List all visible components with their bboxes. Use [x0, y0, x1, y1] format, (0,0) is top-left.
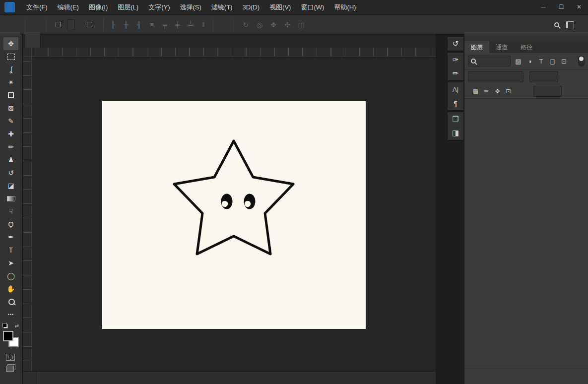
left-eye [221, 194, 233, 209]
filter-type-dropdown[interactable] [468, 56, 511, 66]
tool-button[interactable]: ✒ [3, 231, 18, 244]
tool-button[interactable]: ʆ [3, 63, 18, 76]
lock-option-icon[interactable]: ⊡ [505, 88, 512, 95]
lock-option-icon[interactable]: ✏ [483, 88, 490, 95]
move-tool-preset-icon[interactable] [29, 18, 41, 31]
zoom-level-field[interactable] [23, 372, 36, 384]
swap-colors-icon[interactable]: ⇄ [15, 323, 19, 328]
panel-tab[interactable]: 图层 [464, 41, 489, 53]
status-bar [23, 371, 436, 384]
menu-item[interactable]: 图像(I) [84, 0, 113, 15]
menu-item[interactable]: 图层(L) [113, 0, 143, 15]
panel-tab[interactable]: 通道 [489, 41, 514, 53]
panel-icon[interactable]: ◨ [448, 126, 463, 140]
blend-mode-dropdown[interactable] [468, 71, 523, 82]
menu-item[interactable]: 文字(Y) [143, 0, 175, 15]
tool-button[interactable] [3, 192, 18, 205]
align-icon[interactable]: ╟ [108, 21, 119, 28]
divider [103, 18, 104, 31]
tool-button[interactable]: ☟ [3, 205, 18, 218]
panel-group: ✑✏ [447, 52, 464, 81]
tool-button[interactable]: ♟ [3, 153, 18, 166]
foreground-color-swatch[interactable] [3, 331, 13, 341]
auto-select-dropdown[interactable] [67, 19, 75, 30]
ruler-corner[interactable] [23, 48, 32, 57]
panel-icon[interactable]: ↺ [448, 37, 463, 51]
opacity-dropdown[interactable] [529, 71, 558, 82]
mode-3d-icon: ✥ [268, 21, 278, 29]
document-tab[interactable] [25, 34, 41, 48]
panel-icon[interactable]: ✑ [448, 53, 463, 66]
align-icon[interactable]: ╫ [121, 21, 131, 28]
more-options-icon[interactable] [217, 18, 229, 31]
tool-button[interactable]: ✏ [3, 140, 18, 153]
panel-icon[interactable]: A| [448, 82, 463, 96]
align-icon[interactable]: ‖ [198, 21, 209, 28]
tool-button[interactable]: ➤ [3, 256, 18, 269]
menu-item[interactable]: 帮助(H) [329, 0, 361, 15]
tool-button[interactable]: ⊠ [3, 102, 18, 115]
align-icon[interactable]: ╧ [185, 21, 196, 28]
filter-toggle[interactable] [578, 56, 585, 66]
filter-icon[interactable]: ⊡ [560, 58, 568, 65]
align-icon[interactable]: ╢ [133, 21, 144, 28]
tool-button[interactable] [3, 89, 18, 102]
search-icon[interactable] [554, 22, 559, 27]
window-control-button[interactable]: ☐ [552, 0, 570, 14]
divider [25, 18, 25, 31]
align-icon[interactable]: ≡ [146, 21, 157, 28]
panel-icon[interactable]: ❒ [448, 112, 463, 126]
window-control-button[interactable]: ✕ [570, 0, 588, 14]
ruler-left[interactable] [23, 57, 32, 371]
panel-icon[interactable]: ¶ [448, 96, 463, 110]
tool-button[interactable]: ◯ [3, 269, 18, 282]
workspace-icon[interactable] [566, 21, 574, 28]
panel-icon[interactable]: ✏ [448, 66, 463, 80]
tool-button[interactable] [3, 50, 18, 63]
window-control-button[interactable]: ─ [534, 0, 552, 14]
mode-3d-icon: ◫ [296, 21, 306, 29]
filter-icon[interactable]: ▨ [514, 58, 523, 65]
panel-tab[interactable]: 路径 [514, 41, 539, 53]
screen-mode-icon[interactable] [6, 366, 14, 372]
layer-filter-row: ▨◑T▢⊡ [464, 53, 588, 69]
home-icon[interactable] [9, 18, 21, 31]
quick-mask-icon[interactable] [6, 354, 15, 361]
tool-button[interactable] [3, 295, 18, 308]
mode-3d-buttons: ↻◎✥✣◫ [241, 21, 306, 29]
fill-dropdown[interactable] [533, 86, 562, 97]
show-transform-checkbox[interactable] [87, 22, 92, 27]
canvas[interactable] [102, 101, 366, 329]
menu-item[interactable]: 视图(V) [264, 0, 296, 15]
align-icon[interactable]: ╤ [159, 21, 170, 28]
tool-button[interactable]: ••• [3, 308, 18, 321]
panel-menu-icon[interactable] [584, 41, 588, 53]
tool-button[interactable]: ✚ [3, 128, 18, 140]
tool-button[interactable]: Ϙ [3, 218, 18, 231]
tool-button[interactable]: ✥ [3, 37, 18, 50]
filter-icon[interactable]: ◑ [525, 58, 534, 65]
tool-button[interactable]: ✴ [3, 76, 18, 89]
auto-select-checkbox[interactable] [56, 22, 61, 27]
tool-button[interactable]: T [3, 244, 18, 256]
lock-option-icon[interactable] [516, 88, 523, 95]
filter-icon[interactable]: ▢ [548, 58, 557, 65]
filter-icon[interactable]: T [537, 58, 545, 65]
menu-item[interactable]: 编辑(E) [53, 0, 84, 15]
ruler-top[interactable] [32, 48, 436, 57]
menu-item[interactable]: 3D(D) [237, 0, 264, 15]
menu-item[interactable]: 文件(F) [21, 0, 53, 15]
menu-item[interactable]: 窗口(W) [296, 0, 329, 15]
collapse-panel-icon[interactable] [464, 34, 588, 41]
menu-item[interactable]: 选择(S) [175, 0, 206, 15]
align-icon[interactable]: ╪ [172, 21, 183, 28]
lock-option-icon[interactable]: ▩ [472, 88, 479, 95]
tool-button[interactable]: ✋ [3, 282, 18, 295]
tool-button[interactable]: ◪ [3, 179, 18, 192]
lock-option-icon[interactable]: ✥ [494, 88, 501, 95]
menu-item[interactable]: 滤镜(T) [206, 0, 238, 15]
tool-button[interactable]: ↺ [3, 166, 18, 179]
tool-button[interactable]: ✎ [3, 115, 18, 128]
divider [213, 18, 213, 31]
default-colors-icon[interactable] [3, 324, 8, 328]
